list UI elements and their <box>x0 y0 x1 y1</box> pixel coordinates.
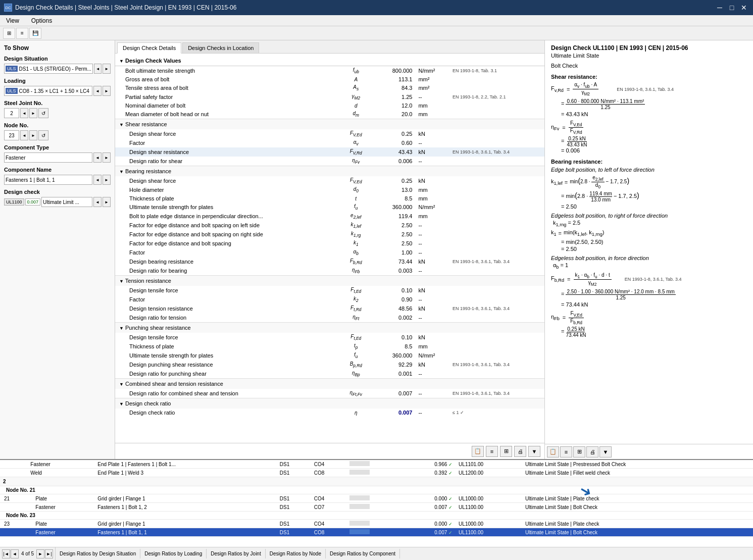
print-dropdown-btn[interactable]: ▼ <box>528 446 540 457</box>
toolbar-save-btn[interactable]: 💾 <box>29 28 41 39</box>
tab-design-check-details[interactable]: Design Check Details <box>117 42 181 54</box>
ct-next-btn[interactable]: ► <box>103 152 111 163</box>
row-unit: -- <box>415 313 449 323</box>
row-unit: -- <box>415 230 449 239</box>
rp-list-btn[interactable]: ≡ <box>560 446 572 457</box>
tab-design-checks-location[interactable]: Design Checks in Location <box>182 42 259 53</box>
table-row[interactable]: Weld End Plate 1 | Weld 3 DS1 CO8 0.392 … <box>0 469 753 477</box>
node-next-btn[interactable]: ► <box>29 130 37 140</box>
row-ref <box>449 221 544 230</box>
ds-prev-btn[interactable]: ◄ <box>94 64 102 74</box>
cn-prev-btn[interactable]: ◄ <box>93 175 102 185</box>
rp-print-dropdown-btn[interactable]: ▼ <box>599 446 612 457</box>
node-prev-btn[interactable]: ◄ <box>20 130 28 140</box>
row-label: Design ratio for bearing <box>115 266 342 276</box>
table-row: Design punching shear resistance Bp,Rd 9… <box>115 360 544 369</box>
table-row: Design shear force FV,Ed 0.25 kN <box>115 129 544 138</box>
collapse-values[interactable]: ▼ <box>119 59 124 64</box>
maximize-button[interactable]: □ <box>727 3 737 13</box>
component-name-label: Component Name <box>4 167 111 173</box>
design-check-ratio-header: ▼ Design check ratio <box>115 398 544 409</box>
ds-next-btn[interactable]: ► <box>103 64 111 74</box>
shear-resistance-section: Shear resistance: Fv,Rd = αv · fub · A γ… <box>551 74 747 154</box>
bottom-nav: |◄ ◄ 4 of 5 ► ►| <box>0 547 56 561</box>
row-ref: EN 1993-1-8, 3.6.1, Tab. 3.4 <box>449 360 544 369</box>
joint-prev-btn[interactable]: ◄ <box>20 108 28 118</box>
nav-first-btn[interactable]: |◄ <box>2 549 10 558</box>
collapse-section[interactable]: ▼ <box>119 279 124 284</box>
row-label: Design tensile force <box>115 333 342 342</box>
export-btn[interactable]: 📋 <box>472 446 484 457</box>
nav-next-btn[interactable]: ► <box>36 549 44 558</box>
row-value: 92.29 <box>370 360 415 369</box>
node-header-row: Node No. 21 <box>0 486 753 494</box>
component-type-combo[interactable]: Fastener <box>4 152 92 163</box>
collapse-section[interactable]: ▼ <box>119 169 124 174</box>
close-window-button[interactable]: ✕ <box>739 3 749 13</box>
joint-refresh-btn[interactable]: ↺ <box>38 108 48 118</box>
collapse-section[interactable]: ▼ <box>119 122 124 127</box>
design-check-combo[interactable]: Ultimate Limit ... <box>41 197 92 207</box>
component-name-value: Fasteners 1 | Bolt 1, 1 <box>6 177 55 183</box>
table-row[interactable]: 23 Plate Grid girder | Flange 1 DS1 CO4 … <box>0 520 753 528</box>
print-btn[interactable]: 🖨 <box>514 446 526 457</box>
joint-next-btn[interactable]: ► <box>29 108 37 118</box>
row-ref <box>449 295 544 304</box>
table-row: Ultimate tensile strength for plates fu … <box>115 351 544 360</box>
row-ref <box>449 230 544 239</box>
row-value: 0.90 <box>370 295 415 304</box>
row-label: Bolt ultimate tensile strength <box>115 66 342 76</box>
steel-joint-value[interactable]: 2 <box>4 108 19 118</box>
row-sym: fu <box>342 202 370 212</box>
node-refresh-btn[interactable]: ↺ <box>38 130 48 140</box>
nav-last-btn[interactable]: ►| <box>45 549 53 558</box>
ab-value: αb = 1 <box>551 262 747 270</box>
etafv-step2: = 0.006 <box>551 147 747 154</box>
row-label: Factor for edge distance and bolt spacin… <box>115 239 342 248</box>
toolbar-list-btn[interactable]: ≡ <box>16 28 28 39</box>
ct-prev-btn[interactable]: ◄ <box>93 152 102 163</box>
check-values-title: Design Check Values <box>125 58 181 64</box>
component-name-combo[interactable]: Fasteners 1 | Bolt 1, 1 <box>4 175 92 185</box>
row-unit: -- <box>415 369 449 379</box>
loading-combo[interactable]: ULS CO8 - 1.35 × LC1 + 1.50 × LC4 <box>4 86 92 96</box>
list-btn[interactable]: ≡ <box>486 446 498 457</box>
tab-by-joint[interactable]: Design Ratios by Joint <box>207 549 266 558</box>
toolbar-grid-btn[interactable]: ⊞ <box>3 28 15 39</box>
row-unit: -- <box>415 138 449 147</box>
check-table: ▼ Design Check Values Bolt ultimate tens… <box>115 56 544 417</box>
row-sym: ηFv <box>342 157 370 166</box>
table-row[interactable]: Fastener Fasteners 1 | Bolt 1, 1 DS1 CO8… <box>0 528 753 537</box>
tab-by-design-situation[interactable]: Design Ratios by Design Situation <box>56 549 140 558</box>
row-label: Factor <box>115 248 342 257</box>
table-row[interactable]: Fastener End Plate 1 | Fasteners 1 | Bol… <box>0 460 753 469</box>
node-no-value[interactable]: 23 <box>4 130 19 140</box>
table-row[interactable]: 21 Plate Grid girder | Flange 1 DS1 CO4 … <box>0 494 753 503</box>
rp-print-btn[interactable]: 🖨 <box>586 446 598 457</box>
fbrd-formula: Fb,Rd = k1 · αb · fu · d · t γM2 EN 1993… <box>551 272 747 287</box>
tab-by-component[interactable]: Design Ratios by Component <box>326 549 400 558</box>
tab-by-loading[interactable]: Design Ratios by Loading <box>140 549 207 558</box>
cn-next-btn[interactable]: ► <box>103 175 111 185</box>
component-type-value: Fastener <box>6 155 25 161</box>
table-row: Mean diameter of bolt head or nut dm 20.… <box>115 110 544 119</box>
menu-view[interactable]: View <box>4 16 21 25</box>
dc-prev-btn[interactable]: ◄ <box>93 197 102 207</box>
dc-next-btn[interactable]: ► <box>103 197 111 207</box>
table-row: Factor for edge distance and bolt spacin… <box>115 230 544 239</box>
tab-by-node[interactable]: Design Ratios by Node <box>266 549 326 558</box>
nav-prev-btn[interactable]: ◄ <box>11 549 19 558</box>
bottom-table: Fastener End Plate 1 | Fasteners 1 | Bol… <box>0 460 753 537</box>
lc-prev-btn[interactable]: ◄ <box>93 86 102 96</box>
rp-table-btn[interactable]: ⊞ <box>573 446 585 457</box>
table-row[interactable]: Fastener Fasteners 1 | Bolt 1, 2 DS1 CO7… <box>0 503 753 512</box>
row-value: 8.5 <box>370 342 415 351</box>
menu-options[interactable]: Options <box>29 16 54 25</box>
lc-next-btn[interactable]: ► <box>103 86 111 96</box>
design-situation-combo[interactable]: ULS DS1 - ULS (STR/GEO) - Perm... <box>4 64 93 74</box>
rp-export-btn[interactable]: 📋 <box>547 446 559 457</box>
collapse-section[interactable]: ▼ <box>119 326 124 331</box>
collapse-section[interactable]: ▼ <box>119 382 124 387</box>
minimize-button[interactable]: ─ <box>715 3 725 13</box>
table-btn[interactable]: ⊞ <box>500 446 512 457</box>
